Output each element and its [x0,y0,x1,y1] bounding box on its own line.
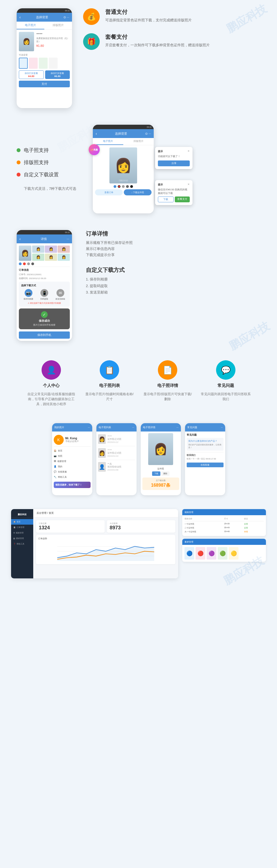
tab-electronic[interactable]: 电子照片 [17,22,44,29]
cdot-darkgray[interactable] [126,185,129,188]
list-info-2: 一一 证件照/正式照 2023/01/10 [107,448,121,458]
secondary-dashboards: 规格管理 规格名称 尺寸 状态 一寸证件照 25×35 启用 二 [182,509,266,579]
table-row-3: 大一寸证件照 33×48 停用 [184,530,264,534]
nav-tools[interactable]: 🔧 帮助工具 [54,475,91,479]
photo-list-icon-circle: 📋 [100,360,119,380]
nav-profile-label: 我的 [58,465,62,468]
admin-nav-help[interactable]: ❓ 帮助工具 [11,541,33,547]
tab-layout[interactable]: 排版照片 [44,22,72,29]
popup-2-close-icon[interactable]: ✕ [187,183,190,187]
pkg-single[interactable]: 保存打折套餐 ¥4.80 [19,70,44,79]
table-row-2: 二寸证件照 35×49 启用 [184,526,264,530]
order-info-row-1: 订单号: 202301120001 [19,273,70,276]
admin-order-label: 订单管理 [17,526,24,529]
admin-nav-material[interactable]: 🖼 素材管理 [11,536,33,541]
tab-layout-2[interactable]: 排版照片 [123,138,154,145]
cdot-blue-3[interactable] [19,262,22,265]
tab-electronic-2[interactable]: 电子照片 [93,138,123,145]
popup-close-icon[interactable]: ✕ [187,150,190,153]
admin-help-icon: ❓ [13,543,16,545]
profile-banner: 领取优惠券，快来下载了！ [54,482,91,488]
photo-list-title: 电子照列表 [99,383,120,388]
dashboard-container: 鹏应科技 🏠 首页 📋 订单管理 ⚙ 规格管理 🖼 素材管理 [11,509,266,579]
admin-order-icon: 📋 [13,526,16,528]
feature-package-title: 套餐支付 [105,33,210,41]
cdot-red[interactable] [118,185,121,188]
download-btn[interactable]: ↓ 下载证件照 [124,189,152,195]
admin-nav-order[interactable]: 📋 订单管理 [11,525,33,530]
cdot-gray[interactable] [122,185,125,188]
popup-2-download-btn[interactable]: 下载 [158,196,174,202]
cdot-black[interactable] [130,185,133,188]
list-avatar-2: 👩 [98,448,106,458]
bg-option-pink[interactable] [29,58,38,69]
photo-detail-desc: 显示电子照/排版照片可快速下载/删除 [143,392,192,402]
bg-option-blue[interactable] [19,58,28,69]
ss-list-body: 👩 一一 证件照/正式照 2023/01/12 👩 一一 证件照/正式照 202… [96,432,136,495]
large-photo: 👩 ©鹏应科技 [110,148,137,183]
success-sub: 图片已保存到手机相册 [22,323,67,327]
screenshot-profile: 我的照片 ··· K Mr. Kong 手机认证用户 🏠 首页 📷 [52,423,92,495]
qr-icon: 📱 [40,289,48,297]
bg-option-white[interactable] [49,58,58,69]
pkg-multi[interactable]: 保存打折套餐 ¥6.80 [45,70,70,79]
payment-icon-orange: 💰 [83,8,100,25]
tools-icon: 🔧 [54,476,57,478]
photo-sm-3: 👩 [58,246,70,253]
admin-nav-spec[interactable]: ⚙ 规格管理 [11,530,33,536]
nav-home[interactable]: 🏠 首页 [54,448,91,453]
detail-action-btns: 下载 删除 [143,471,179,476]
nav-album[interactable]: 🖼 相册管理 [54,459,91,464]
save-phone-btn[interactable]: 保存到手机 [19,332,70,339]
popup-1-btn[interactable]: 分享 [158,160,190,166]
nav-profile[interactable]: 👤 我的 [54,464,91,469]
bg-option-green[interactable] [39,58,48,69]
method-qr[interactable]: 📱 扫码提取 [40,289,48,301]
detail-download-btn[interactable]: 下载 [152,471,160,476]
admin-spec-label: 规格管理 [16,532,24,534]
ss-detail-header: 电子照详情 ··· [141,423,181,432]
nav-service[interactable]: 💬 在线客服 [54,469,91,474]
view-order-btn[interactable]: 查看订单 [95,189,123,195]
method-warning: ⚠ 请在选择下载方式后保存图片到相册 [21,302,68,305]
phone-wrapper-2: ✨ 美颜 09:22 ‹ 选择背景 ⊙ ··· 电子照片 排版照片 👩 [93,125,154,213]
cdot-gray-3[interactable] [27,262,30,265]
color-dots-2 [95,185,152,188]
faq-title: 常见问题 [217,383,234,388]
photo-thumb-main: 👩 [19,246,31,261]
stat-card-today: 今日新增 8973 [107,520,176,533]
download-count-value: 168987条 [144,483,178,488]
payment-icon-teal: 🎁 [83,33,100,50]
method-email[interactable]: ✉ 发送至邮箱 [55,289,65,301]
tr-size-3: 33×48 [224,530,244,533]
admin-nav-home[interactable]: 🏠 首页 [11,519,33,525]
list-avatar-row-1: 👩 一一 证件照/正式照 2023/01/12 [98,433,135,445]
status-time-3: 09:22 [65,231,70,234]
method-album[interactable]: 📷 保存到相册 [24,289,33,301]
feature-package-payment: 🎁 套餐支付 开启套餐支付，一次制作可下载多种背景色证件照，赠送排版照片 [83,33,260,50]
material-5: 🟡 [229,547,239,560]
money-icon: 💰 [87,12,96,21]
cdot-darkgray-3[interactable] [31,262,34,265]
order-info-title: 订单信息 [19,268,70,272]
tr-status-1: 启用 [244,523,264,525]
faq-service-btn[interactable]: 在线客服 [187,463,223,467]
cdot-blue[interactable] [114,185,116,188]
ss-list-header-text: 电子照列表 [99,426,111,429]
faq-desc: 常见问题列表回答电子照问答联系我们 [201,392,251,402]
popup-2-package-btn[interactable]: 套餐支付 [175,196,190,202]
tr-name-1: 一寸证件照 [184,523,224,525]
nav-camera[interactable]: 📷 拍照 [54,454,91,458]
list-time-2: 2023/01/10 [107,455,121,458]
status-time: 09:22 [65,10,70,12]
cdot-red-3[interactable] [23,262,26,265]
dash-screen-2: 规格管理 规格名称 尺寸 状态 一寸证件照 25×35 启用 二 [182,509,266,536]
list-desc-3: 简历照/职业照 [107,465,121,468]
detail-delete-btn[interactable]: 删除 [161,471,170,476]
screenshot-detail: 电子照详情 ··· 👩 证件照 下载 删除 总下载次数 168987条 [141,423,181,495]
detail-photo: 👩 [148,433,173,465]
pay-button[interactable]: 支付 [19,81,70,87]
admin-material-label: 素材管理 [16,537,24,540]
popup-2-btns: 下载 套餐支付 [158,196,190,202]
stat-orders-label: 订单总量 [39,522,102,525]
